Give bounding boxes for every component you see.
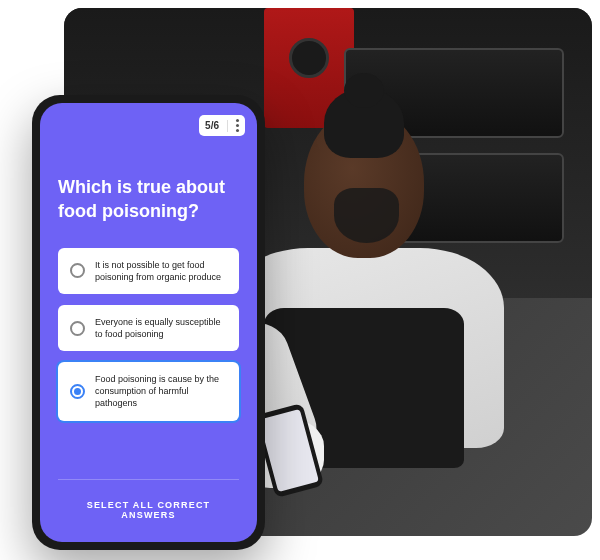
appliance-knob: [289, 38, 329, 78]
progress-pill[interactable]: 5/6: [199, 115, 245, 136]
quiz-question: Which is true about food poisoning?: [58, 175, 239, 224]
phone-mockup: 5/6 Which is true about food poisoning? …: [32, 95, 265, 550]
person-beard: [334, 188, 399, 243]
person-head: [304, 108, 424, 258]
answer-option-1[interactable]: It is not possible to get food poisoning…: [58, 248, 239, 294]
answer-text: It is not possible to get food poisoning…: [95, 259, 227, 283]
pill-divider: [227, 120, 228, 132]
phone-screen: 5/6 Which is true about food poisoning? …: [40, 103, 257, 542]
radio-icon: [70, 263, 85, 278]
progress-counter: 5/6: [205, 120, 219, 131]
radio-icon: [70, 321, 85, 336]
person-hairbun: [344, 73, 384, 108]
answer-text: Food poisoning is cause by the consumpti…: [95, 373, 227, 409]
radio-icon: [70, 384, 85, 399]
answer-option-3[interactable]: Food poisoning is cause by the consumpti…: [58, 362, 239, 420]
answer-text: Everyone is equally susceptible to food …: [95, 316, 227, 340]
quiz-hint: SELECT ALL CORRECT ANSWERS: [58, 479, 239, 542]
more-menu-icon[interactable]: [236, 119, 239, 132]
answer-option-2[interactable]: Everyone is equally susceptible to food …: [58, 305, 239, 351]
quiz-body: Which is true about food poisoning? It i…: [40, 103, 257, 542]
